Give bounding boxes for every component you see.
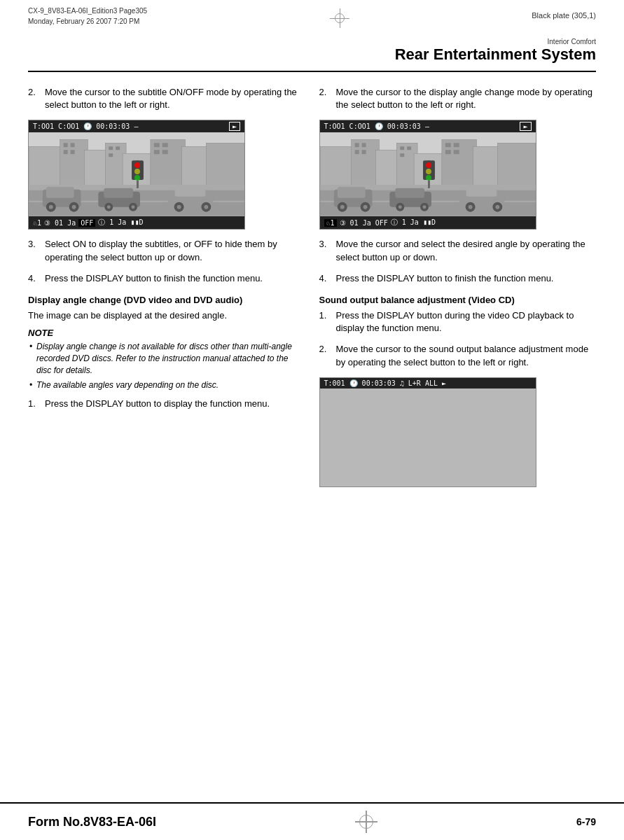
svg-rect-8 <box>206 144 244 189</box>
step-text: Move the cursor to the subtitle ON/OFF m… <box>45 86 305 111</box>
svg-point-44 <box>134 169 140 174</box>
svg-rect-65 <box>453 150 459 155</box>
black-plate-label: Black plate (305,1) <box>532 11 596 20</box>
footer-form: Form No.8V83-EA-06I <box>28 815 156 830</box>
sound-all: ALL <box>425 379 438 387</box>
svg-rect-57 <box>354 150 359 155</box>
svg-point-43 <box>134 162 140 168</box>
step-text: Press the DISPLAY button to display the … <box>45 398 305 410</box>
header-line1: CX-9_8V83-EA-06I_Edition3 Page305 <box>28 7 147 15</box>
svg-rect-16 <box>154 144 160 148</box>
clock-icon-2: 🕐 <box>375 122 383 130</box>
svg-rect-59 <box>400 147 404 150</box>
step-num: 1. <box>319 309 332 335</box>
play-button-2: ► <box>520 122 531 131</box>
step-text: Move the cursor and select the desired a… <box>336 238 597 263</box>
step-4-right: 4. Press the DISPLAY button to finish th… <box>319 272 597 285</box>
subtitle-icon: ③ 01 Ja <box>44 219 76 227</box>
angle-highlight-2: ♘1 <box>324 219 337 227</box>
svg-point-45 <box>134 175 140 181</box>
step-2c: 2. Move the cursor to the sound output b… <box>319 343 597 368</box>
svg-rect-7 <box>182 147 210 189</box>
svg-point-32 <box>107 206 111 209</box>
svg-point-90 <box>426 169 431 174</box>
sound-t-counter: T:001 <box>324 379 345 387</box>
angle-icon: ♘1 <box>33 219 41 227</box>
svg-point-38 <box>177 205 181 209</box>
step-text: Move the cursor to the display angle cha… <box>336 86 597 111</box>
subtitle-info-2: ③ 01 Ja OFF <box>340 219 388 227</box>
step-num: 2. <box>319 343 332 368</box>
step-text: Press the DISPLAY button to finish the f… <box>45 272 305 285</box>
svg-rect-64 <box>445 150 450 155</box>
display-angle-heading: Display angle change (DVD video and DVD … <box>28 295 305 305</box>
t-counter-2: T:OO1 <box>324 122 345 130</box>
off-highlight: OFF <box>78 219 95 227</box>
svg-rect-11 <box>64 150 68 155</box>
sound-screen: T:001 🕐 00:03:03 ♫ L+R ALL ► <box>319 377 536 487</box>
svg-rect-54 <box>497 144 536 189</box>
svg-point-74 <box>363 205 367 209</box>
c-counter-2: C:OO1 <box>349 122 370 130</box>
page-footer: Form No.8V83-EA-06I 6-79 <box>0 802 624 840</box>
footer-crosshair-icon <box>355 811 377 833</box>
sound-top-bar: T:001 🕐 00:03:03 ♫ L+R ALL ► <box>320 378 536 388</box>
dvd-image-1 <box>29 132 244 216</box>
svg-rect-12 <box>71 150 75 155</box>
svg-rect-30 <box>104 188 133 198</box>
step-num: 3. <box>28 238 41 263</box>
svg-point-72 <box>340 205 344 209</box>
dash-display: — <box>134 122 138 130</box>
dvd-top-bar-2: T:OO1 C:OO1 🕐 00:03:03 — ► <box>320 120 536 132</box>
step-text: Move the cursor to the sound output bala… <box>336 343 597 368</box>
step-1c: 1. Press the DISPLAY button during the v… <box>319 309 597 335</box>
sound-image-area <box>320 388 536 486</box>
section-title-area: Interior Comfort Rear Entertainment Syst… <box>0 31 624 68</box>
dvd-screen-1: T:OO1 C:OO1 🕐 00:03:03 — ► <box>28 120 245 230</box>
dvd-top-bar-1: T:OO1 C:OO1 🕐 00:03:03 — ► <box>29 120 244 132</box>
t-counter: T:OO1 <box>33 122 54 130</box>
header-center <box>330 8 349 28</box>
svg-rect-18 <box>154 150 160 155</box>
dash-2: — <box>425 122 429 130</box>
header-left: CX-9_8V83-EA-06I_Edition3 Page305 Monday… <box>28 6 147 27</box>
col-right: 2. Move the cursor to the display angle … <box>319 86 597 496</box>
note-item-2: The available angles vary depending on t… <box>28 379 305 391</box>
svg-point-89 <box>426 162 431 168</box>
time-display: 00:03:03 <box>96 122 130 130</box>
svg-rect-55 <box>354 144 359 148</box>
page-title: Rear Entertainment System <box>28 46 596 64</box>
city-scene-svg-2 <box>320 132 536 216</box>
step-text: Press the DISPLAY button during the vide… <box>336 309 597 335</box>
step-2-left: 2. Move the cursor to the subtitle ON/OF… <box>28 86 305 111</box>
step-num: 4. <box>319 272 332 285</box>
svg-rect-24 <box>46 187 74 198</box>
svg-point-91 <box>426 175 431 181</box>
svg-rect-76 <box>395 188 424 198</box>
sound-play-button: ► <box>442 379 446 387</box>
svg-rect-19 <box>162 150 168 155</box>
clock-icon: 🕐 <box>83 122 92 130</box>
step-text: Press the DISPLAY button to finish the f… <box>336 272 597 285</box>
step-text: Select ON to display the subtitles, or O… <box>45 238 305 263</box>
svg-rect-70 <box>337 187 365 198</box>
svg-rect-47 <box>320 147 355 189</box>
svg-rect-1 <box>29 147 64 189</box>
header-line2: Monday, February 26 2007 7:20 PM <box>28 18 139 25</box>
note-label: NOTE <box>28 328 305 338</box>
step-num: 2. <box>319 86 332 111</box>
step-num: 3. <box>319 238 332 263</box>
time-display-2: 00:03:03 <box>387 122 421 130</box>
audio-info: ⓘ 1 Ja ▮▮D <box>98 218 143 227</box>
step-num: 1. <box>28 398 41 410</box>
step-4-left: 4. Press the DISPLAY button to finish th… <box>28 272 305 285</box>
note-item-1: Display angle change is not available fo… <box>28 341 305 376</box>
svg-rect-58 <box>361 150 366 155</box>
play-button: ► <box>229 122 240 131</box>
footer-page-num: 6-79 <box>576 816 596 827</box>
c-counter: C:OO1 <box>58 122 79 130</box>
svg-point-86 <box>495 205 499 209</box>
audio-info-2: ⓘ 1 Ja ▮▮D <box>391 218 436 227</box>
svg-point-26 <box>49 205 53 209</box>
crosshair-circle <box>335 13 345 23</box>
